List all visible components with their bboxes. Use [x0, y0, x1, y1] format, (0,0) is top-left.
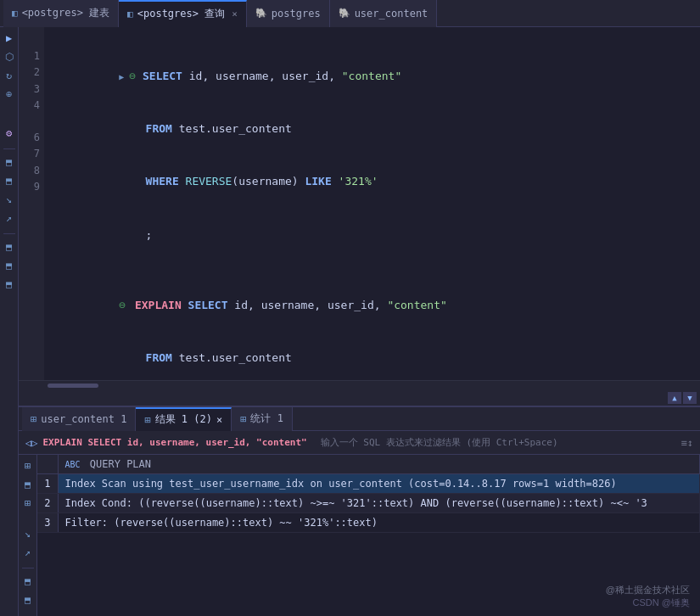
tab-icon: ◧: [127, 8, 133, 20]
watermark-line2: CSDN @锤奥: [606, 596, 690, 609]
table-row[interactable]: 2 Index Cond: ((reverse((username)::text…: [37, 494, 700, 513]
tab-label: postgres: [272, 8, 321, 20]
left-toolbar: ▶ ⬡ ↻ ⊕ ⚙ ⬒ ⬒ ↘ ↗ ⬒ ⬒ ⬒: [0, 27, 19, 616]
cell-query-plan: Index Scan using test_user_username_idx …: [58, 474, 700, 494]
code-line-1: ▶ ⊖ SELECT id, username, user_id, "conte…: [53, 50, 692, 103]
tab-label: 统计 1: [250, 412, 283, 426]
tab-user-content[interactable]: 🐘 user_content: [330, 0, 438, 27]
bottom-panel: ⊞ user_content 1 ⊞ 结果 1 (2) × ⊞ 统计 1 ◁▷ …: [19, 406, 700, 616]
result-col-icon[interactable]: ⬒: [20, 477, 36, 492]
nav-down-icon[interactable]: ▼: [683, 392, 697, 404]
tab-label: user_content: [355, 8, 428, 20]
code-line-3: WHERE REVERSE(username) LIKE '321%': [53, 156, 692, 209]
layout4-icon[interactable]: ↗: [2, 210, 17, 226]
col-type-icon: ABC: [65, 460, 81, 469]
code-line-4: ;: [53, 209, 692, 261]
result-up-icon[interactable]: ↗: [20, 545, 36, 560]
results-table: ABC QUERY PLAN 1 Index Scan using test_u…: [37, 455, 700, 533]
close-icon[interactable]: ×: [216, 414, 222, 426]
row-num: 3: [37, 513, 58, 533]
col-header-query-plan[interactable]: ABC QUERY PLAN: [58, 455, 700, 474]
tab-label: user_content 1: [41, 413, 126, 425]
close-icon[interactable]: ×: [232, 8, 238, 20]
tab-icon: ◧: [12, 8, 18, 19]
result-extra2-icon[interactable]: ⬒: [20, 592, 36, 608]
run-icon[interactable]: ▶: [2, 31, 17, 46]
tab-postgres-query[interactable]: ◧ <postgres> 查询 ×: [119, 0, 247, 27]
code-editor[interactable]: ▶ ⊖ SELECT id, username, user_id, "conte…: [44, 27, 700, 380]
watermark-line1: @稀土掘金技术社区: [606, 584, 690, 596]
tab-postgres-build[interactable]: ◧ <postgres> 建表: [3, 0, 119, 27]
horizontal-scrollbar[interactable]: [19, 380, 700, 390]
col-header-label: QUERY PLAN: [90, 458, 151, 470]
cell-query-plan: Filter: (reverse((username)::text) ~~ '3…: [58, 513, 700, 533]
code-line-empty1: [53, 32, 692, 50]
tab-icon: ⊞: [240, 413, 246, 425]
extra2-icon[interactable]: ⬒: [2, 258, 17, 273]
sql-hint-text: 输入一个 SQL 表达式来过滤结果 (使用 Ctrl+Space): [321, 436, 558, 449]
code-line-7: FROM test.user_content: [53, 333, 692, 380]
result-left-toolbar: ⊞ ⬒ ⊞ ↘ ↗ ⬒ ⬒: [19, 455, 37, 616]
add-icon[interactable]: ⊕: [2, 87, 17, 102]
nav-arrows: ▲ ▼: [19, 390, 700, 406]
result-extra1-icon[interactable]: ⬒: [20, 574, 36, 589]
tab-label: <postgres> 查询: [137, 7, 225, 21]
tab-label: 结果 1 (2): [155, 412, 212, 427]
layout1-icon[interactable]: ⬒: [2, 154, 17, 170]
extra1-icon[interactable]: ⬒: [2, 239, 17, 255]
table-row[interactable]: 3 Filter: (reverse((username)::text) ~~ …: [37, 513, 700, 533]
settings-icon[interactable]: ⚙: [2, 126, 17, 141]
tab-icon: ⊞: [144, 414, 150, 426]
layout2-icon[interactable]: ⬒: [2, 173, 17, 188]
row-num: 1: [37, 474, 58, 494]
bottom-tab-bar: ⊞ user_content 1 ⊞ 结果 1 (2) × ⊞ 统计 1: [19, 407, 700, 431]
watermark: @稀土掘金技术社区 CSDN @锤奥: [606, 584, 690, 609]
code-line-2: FROM test.user_content: [53, 103, 692, 155]
code-line-6: ⊖ EXPLAIN SELECT id, username, user_id, …: [53, 279, 692, 332]
filter-prefix-icon: ◁▷: [25, 437, 37, 449]
result-grid-icon[interactable]: ⊞: [20, 458, 36, 473]
refresh-icon[interactable]: ↻: [2, 68, 17, 83]
layout3-icon[interactable]: ↘: [2, 192, 17, 207]
tab-postgres[interactable]: 🐘 postgres: [247, 0, 330, 27]
cell-query-plan: Index Cond: ((reverse((username)::text) …: [58, 494, 700, 513]
tab-label: <postgres> 建表: [22, 6, 109, 20]
extra3-icon[interactable]: ⬒: [2, 277, 17, 292]
tab-icon: ⊞: [31, 413, 36, 425]
tab-icon: 🐘: [255, 8, 267, 19]
result-down-icon[interactable]: ↘: [20, 526, 36, 541]
sql-query-display: EXPLAIN SELECT id, username, user_id, "c…: [42, 437, 306, 448]
nav-up-icon[interactable]: ▲: [668, 392, 681, 404]
col-header-rownum: [37, 455, 58, 474]
row-num: 2: [37, 494, 58, 513]
line-numbers: 1 2 3 4 6 7 8 9: [19, 27, 44, 380]
object-icon[interactable]: ⬡: [2, 49, 17, 64]
tab-bar: ◧ <postgres> 建表 ◧ <postgres> 查询 × 🐘 post…: [0, 0, 700, 27]
sort-filter-icon[interactable]: ≡↕: [681, 437, 693, 449]
tab-stats-1[interactable]: ⊞ 统计 1: [232, 407, 293, 431]
sql-filter-bar: ◁▷ EXPLAIN SELECT id, username, user_id,…: [19, 431, 700, 455]
tab-user-content-1[interactable]: ⊞ user_content 1: [22, 407, 136, 431]
code-line-empty5: [53, 261, 692, 279]
table-row[interactable]: 1 Index Scan using test_user_username_id…: [37, 474, 700, 494]
tab-icon: 🐘: [339, 8, 350, 19]
result-table-icon[interactable]: ⊞: [20, 496, 36, 511]
tab-result-1[interactable]: ⊞ 结果 1 (2) ×: [136, 407, 232, 431]
